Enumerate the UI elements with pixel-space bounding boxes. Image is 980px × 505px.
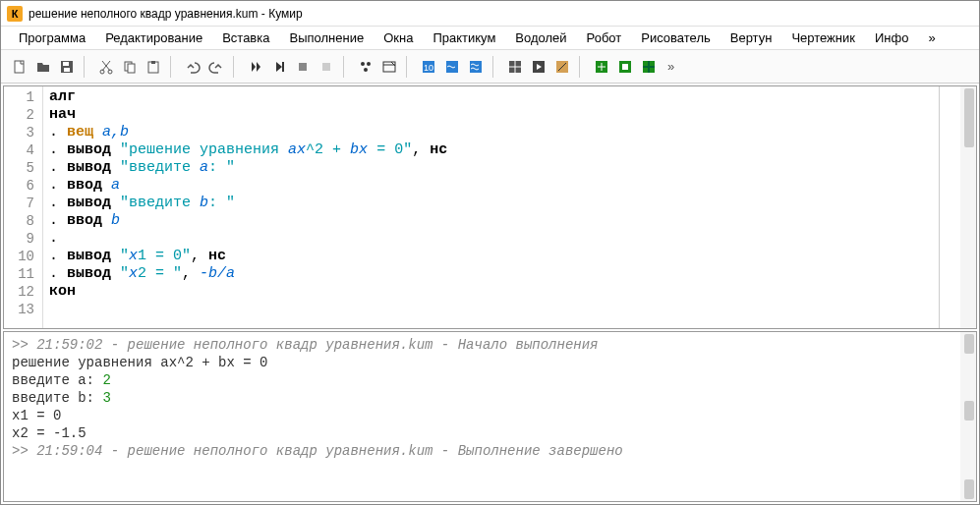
separator (492, 56, 498, 78)
run-button[interactable] (245, 56, 266, 78)
menu-bar: Программа Редактирование Вставка Выполне… (1, 27, 979, 50)
svg-rect-10 (282, 62, 284, 72)
line-number: 9 (4, 230, 42, 248)
output-line: введите a: (12, 372, 102, 388)
pause-button[interactable] (316, 56, 337, 78)
scrollbar-thumb[interactable] (964, 334, 974, 354)
save-file-button[interactable] (56, 56, 78, 78)
line-number: 1 (4, 88, 42, 106)
stop-button[interactable] (292, 56, 314, 78)
scrollbar-thumb[interactable] (964, 88, 974, 147)
output-area[interactable]: >> 21:59:02 - решение неполного квадр ур… (4, 332, 960, 501)
log-line: >> 21:59:04 - решение неполного квадр ур… (12, 443, 623, 459)
svg-point-15 (364, 68, 368, 72)
output-line: x1 = 0 (12, 408, 61, 423)
draftsman-icon[interactable] (614, 56, 636, 78)
copy-button[interactable] (119, 56, 141, 78)
new-file-button[interactable] (9, 56, 30, 78)
output-line: решение уравнения ax^2 + bx = 0 (12, 355, 267, 370)
toolbar-overflow-button[interactable]: » (662, 59, 680, 74)
cut-button[interactable] (95, 56, 117, 78)
vodoley-icon[interactable]: 10 (418, 56, 439, 78)
menu-program[interactable]: Программа (9, 28, 95, 48)
menu-practice[interactable]: Практикум (423, 28, 505, 48)
line-number: 11 (4, 265, 42, 283)
undo-button[interactable] (182, 56, 203, 78)
line-number: 7 (4, 195, 42, 212)
window-title: решение неполного квадр уравнения.kum - … (29, 7, 303, 21)
vodoley-wave2-icon[interactable] (465, 56, 487, 78)
svg-rect-2 (63, 62, 69, 66)
menu-robot[interactable]: Робот (577, 28, 632, 48)
code-editor[interactable]: 1 2 3 4 5 6 7 8 9 10 11 12 13 алг нач . … (3, 85, 977, 329)
line-number: 4 (4, 141, 42, 159)
line-number: 8 (4, 212, 42, 230)
main-area: 1 2 3 4 5 6 7 8 9 10 11 12 13 алг нач . … (1, 84, 979, 504)
step-button[interactable] (268, 56, 290, 78)
redo-button[interactable] (205, 56, 227, 78)
editor-side-panel (939, 86, 960, 328)
svg-rect-11 (299, 63, 307, 71)
menu-vertun[interactable]: Вертун (721, 28, 782, 48)
svg-point-13 (361, 62, 365, 66)
separator (343, 56, 349, 78)
line-number: 13 (4, 301, 42, 318)
editor-scrollbar[interactable] (960, 86, 976, 328)
svg-rect-12 (322, 63, 330, 71)
output-line: x2 = -1.5 (12, 425, 86, 441)
line-number: 12 (4, 283, 42, 301)
menu-overflow[interactable]: » (918, 28, 945, 48)
vertun-icon[interactable] (591, 56, 612, 78)
actor-control-button[interactable] (355, 56, 376, 78)
menu-vodoley[interactable]: Водолей (505, 28, 576, 48)
vodoley-wave-icon[interactable] (441, 56, 463, 78)
svg-rect-26 (622, 64, 628, 70)
separator (406, 56, 412, 78)
title-bar: К решение неполного квадр уравнения.kum … (1, 1, 979, 27)
svg-rect-9 (151, 61, 155, 64)
line-number: 10 (4, 248, 42, 265)
input-value: 2 (102, 372, 110, 388)
line-number: 6 (4, 177, 42, 195)
drawer-icon[interactable] (551, 56, 573, 78)
input-value: 3 (102, 390, 110, 406)
robot-grid-icon[interactable] (504, 56, 526, 78)
toolbar: 10 » (1, 50, 979, 84)
svg-rect-20 (470, 61, 482, 73)
svg-rect-19 (446, 61, 458, 73)
menu-execute[interactable]: Выполнение (279, 28, 374, 48)
menu-info[interactable]: Инфо (865, 28, 918, 48)
separator (579, 56, 585, 78)
separator (233, 56, 239, 78)
menu-insert[interactable]: Вставка (212, 28, 279, 48)
line-number-gutter: 1 2 3 4 5 6 7 8 9 10 11 12 13 (4, 86, 43, 328)
svg-text:10: 10 (424, 63, 433, 73)
log-line: >> 21:59:02 - решение неполного квадр ур… (12, 337, 599, 353)
menu-draftsman[interactable]: Чертежник (781, 28, 865, 48)
menu-windows[interactable]: Окна (374, 28, 423, 48)
svg-rect-3 (64, 68, 70, 72)
separator (170, 56, 176, 78)
menu-edit[interactable]: Редактирование (95, 28, 212, 48)
open-file-button[interactable] (32, 56, 54, 78)
output-line: введите b: (12, 390, 102, 406)
svg-rect-0 (15, 61, 24, 73)
menu-drawer[interactable]: Рисователь (631, 28, 720, 48)
line-number: 5 (4, 159, 42, 177)
actor-window-button[interactable] (378, 56, 400, 78)
line-number: 3 (4, 124, 42, 141)
paste-button[interactable] (143, 56, 164, 78)
code-area[interactable]: алг нач . вещ a,b . вывод "решение уравн… (43, 86, 939, 328)
svg-rect-7 (128, 64, 135, 73)
robot-play-icon[interactable] (528, 56, 549, 78)
line-number: 2 (4, 106, 42, 124)
scrollbar-thumb[interactable] (964, 479, 974, 499)
app-icon: К (7, 6, 23, 22)
output-scrollbar[interactable] (960, 332, 976, 501)
separator (84, 56, 89, 78)
svg-point-14 (367, 62, 371, 66)
draftsman-plus-icon[interactable] (638, 56, 660, 78)
scrollbar-thumb[interactable] (964, 401, 974, 421)
output-panel: >> 21:59:02 - решение неполного квадр ур… (3, 331, 977, 502)
